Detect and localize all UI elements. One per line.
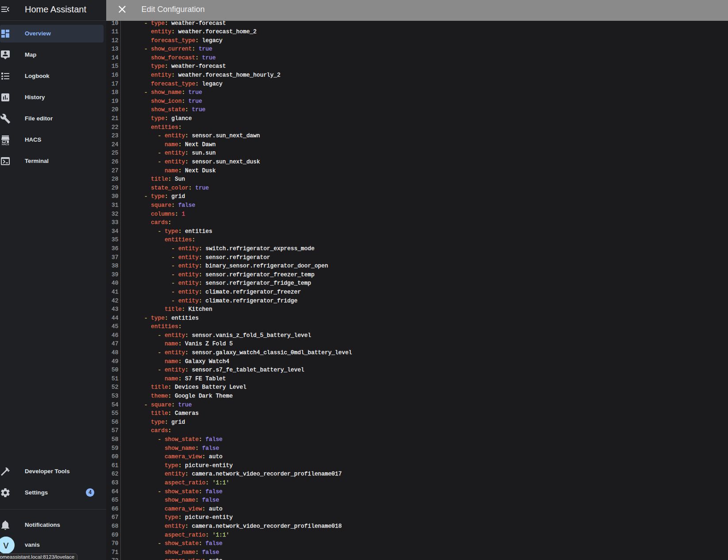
svg-text:HACS: HACS	[2, 143, 9, 146]
